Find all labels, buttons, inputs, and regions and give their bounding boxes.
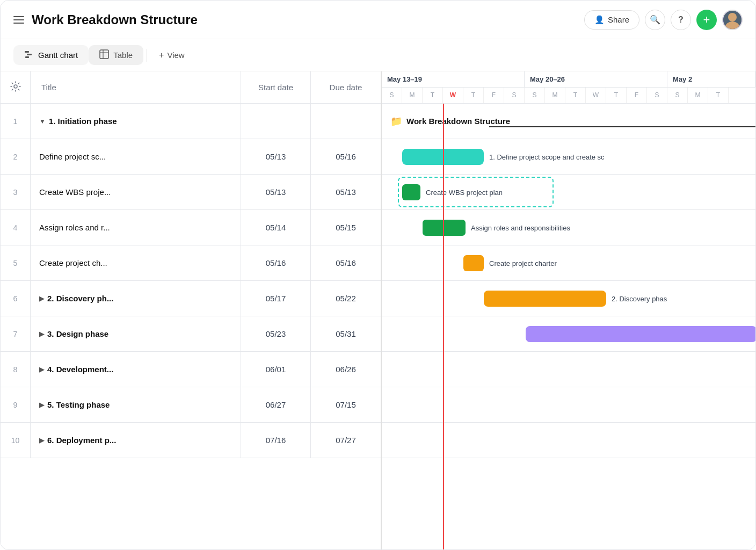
menu-icon[interactable] <box>13 16 24 24</box>
gantt-header: May 13–19 May 20–26 May 2 S M T W T F S <box>382 71 755 104</box>
table-body: 1 ▼ 1. Initiation phase 2 Define project… <box>1 104 381 550</box>
chevron-right-icon: ▶ <box>39 401 44 409</box>
row-start-date: 05/16 <box>241 245 311 280</box>
svg-rect-1 <box>27 54 32 55</box>
gantt-row-testing <box>382 387 755 423</box>
day-t4: T <box>606 88 627 103</box>
gantt-icon <box>24 49 34 61</box>
table-row[interactable]: 3 Create WBS proje... 05/13 05/13 <box>1 175 381 210</box>
gantt-body: 📁 Work Breakdown Structure 1. Define pro… <box>382 104 755 550</box>
wbs-connector-line <box>489 121 755 132</box>
table-row[interactable]: 5 Create project ch... 05/16 05/16 <box>1 245 381 281</box>
tab-table[interactable]: Table <box>89 45 143 65</box>
row-number: 7 <box>1 316 31 351</box>
gantt-row-discovery: 2. Discovery phas <box>382 281 755 316</box>
table-row[interactable]: 9 ▶ 5. Testing phase 06/27 07/15 <box>1 387 381 423</box>
chevron-right-icon: ▶ <box>39 295 44 302</box>
wbs-label: Work Breakdown Structure <box>406 117 510 126</box>
settings-column-header[interactable] <box>1 71 31 103</box>
row-number: 9 <box>1 387 31 422</box>
row-start-date: 05/17 <box>241 281 311 316</box>
gantt-weeks: May 13–19 May 20–26 May 2 <box>382 71 755 88</box>
bar-charter <box>463 255 484 271</box>
row-due-date: 07/15 <box>311 387 381 422</box>
gantt-row-assign: Assign roles and responsibilities <box>382 210 755 245</box>
toolbar-divider <box>147 49 147 62</box>
svg-point-6 <box>14 85 17 88</box>
chevron-right-icon: ▶ <box>39 330 44 338</box>
chevron-right-icon: ▶ <box>39 437 44 444</box>
day-s5: S <box>667 88 688 103</box>
row-number: 2 <box>1 139 31 174</box>
gear-icon <box>10 81 21 94</box>
folder-icon: 📁 <box>390 115 402 127</box>
row-title: Create project ch... <box>31 245 241 280</box>
header: Work Breakdown Structure 👤 Share 🔍 ? + <box>1 1 755 39</box>
row-title: ▼ 1. Initiation phase <box>31 104 241 139</box>
table-row[interactable]: 8 ▶ 4. Development... 06/01 06/26 <box>1 352 381 387</box>
row-due-date: 05/15 <box>311 210 381 245</box>
row-start-date: 06/27 <box>241 387 311 422</box>
svg-rect-2 <box>25 56 29 58</box>
help-icon: ? <box>678 15 684 25</box>
avatar[interactable] <box>722 10 743 30</box>
toolbar: Gantt chart Table + View <box>1 39 755 71</box>
row-number: 8 <box>1 352 31 387</box>
row-number: 3 <box>1 175 31 209</box>
row-due-date <box>311 104 381 139</box>
row-title: Assign roles and r... <box>31 210 241 245</box>
gantt-row-define: 1. Define project scope and create sc <box>382 139 755 175</box>
table-row[interactable]: 7 ▶ 3. Design phase 05/23 05/31 <box>1 316 381 352</box>
svg-rect-3 <box>100 50 108 59</box>
day-t3: T <box>565 88 586 103</box>
day-m2: M <box>545 88 565 103</box>
gantt-section: May 13–19 May 20–26 May 2 S M T W T F S <box>382 71 755 550</box>
bar-discovery-label: 2. Discovery phas <box>612 294 667 302</box>
share-label: Share <box>608 15 629 24</box>
row-title: Define project sc... <box>31 139 241 174</box>
row-due-date: 06/26 <box>311 352 381 387</box>
row-start-date: 06/01 <box>241 352 311 387</box>
row-due-date: 05/13 <box>311 175 381 209</box>
gantt-tab-label: Gantt chart <box>38 50 78 60</box>
add-view-label: View <box>167 50 184 60</box>
day-m: M <box>402 88 423 103</box>
gantt-row-deployment <box>382 423 755 458</box>
week-may-13: May 13–19 <box>382 71 525 87</box>
day-s: S <box>382 88 402 103</box>
row-due-date: 05/16 <box>311 245 381 280</box>
gantt-row-wbs: 📁 Work Breakdown Structure <box>382 104 755 139</box>
help-button[interactable]: ? <box>671 10 691 30</box>
share-button[interactable]: 👤 Share <box>584 10 639 30</box>
table-row[interactable]: 10 ▶ 6. Deployment p... 07/16 07/27 <box>1 423 381 458</box>
gantt-row-design <box>382 316 755 352</box>
chevron-down-icon: ▼ <box>39 118 46 125</box>
table-row[interactable]: 2 Define project sc... 05/13 05/16 <box>1 139 381 175</box>
gantt-row-charter: Create project charter <box>382 245 755 281</box>
row-number: 10 <box>1 423 31 458</box>
search-button[interactable]: 🔍 <box>645 10 665 30</box>
add-button[interactable]: + <box>696 10 717 30</box>
table-tab-label: Table <box>113 50 133 60</box>
row-title: ▶ 3. Design phase <box>31 316 241 351</box>
row-title: ▶ 5. Testing phase <box>31 387 241 422</box>
table-row[interactable]: 1 ▼ 1. Initiation phase <box>1 104 381 139</box>
bar-charter-label: Create project charter <box>489 259 557 267</box>
day-t2: T <box>463 88 484 103</box>
chevron-right-icon: ▶ <box>39 366 44 373</box>
person-icon: 👤 <box>594 15 605 25</box>
bar-assign <box>423 220 466 236</box>
day-w-today: W <box>443 88 463 103</box>
search-icon: 🔍 <box>650 15 660 25</box>
tab-gantt-chart[interactable]: Gantt chart <box>13 45 89 65</box>
row-due-date: 07/27 <box>311 423 381 458</box>
day-f: F <box>484 88 504 103</box>
today-line <box>443 104 444 550</box>
table-row[interactable]: 4 Assign roles and r... 05/14 05/15 <box>1 210 381 245</box>
table-row[interactable]: 6 ▶ 2. Discovery ph... 05/17 05/22 <box>1 281 381 316</box>
main-content: Title Start date Due date 1 ▼ 1. Initiat… <box>1 71 755 550</box>
row-title: ▶ 6. Deployment p... <box>31 423 241 458</box>
plus-icon: + <box>703 13 710 27</box>
add-view-button[interactable]: + View <box>150 46 193 64</box>
day-s2: S <box>504 88 525 103</box>
